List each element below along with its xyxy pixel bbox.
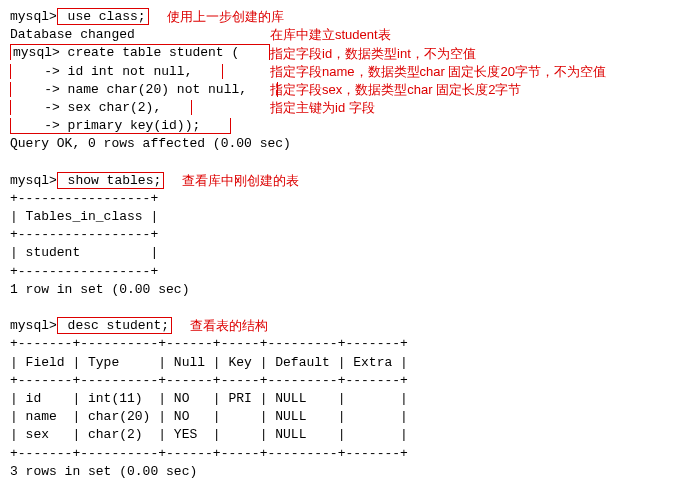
prompt: mysql> [10, 173, 57, 188]
response-rowcount: 3 rows in set (0.00 sec) [10, 463, 664, 481]
highlighted-command: use class; [57, 8, 149, 25]
table-row: | id | int(11) | NO | PRI | NULL | | [10, 390, 664, 408]
annotation-create-table-a: 在库中建立student表 [270, 26, 606, 44]
annotation-create-table-e: 指定主键为id 字段 [270, 99, 606, 117]
table-border: +-----------------+ [10, 226, 664, 244]
blank [10, 154, 664, 172]
command-create-table-l5: -> primary key(id)); [10, 117, 664, 135]
table-border: +-----------------+ [10, 263, 664, 281]
table-border: +-------+----------+------+-----+-------… [10, 335, 664, 353]
highlighted-command: desc student; [57, 317, 172, 334]
annotation-create-table-b: 指定字段id，数据类型int，不为空值 [270, 45, 606, 63]
blank [10, 481, 664, 499]
prompt: mysql> [10, 318, 57, 333]
command-show-tables: mysql> show tables; [10, 172, 164, 190]
table-border: +-------+----------+------+-----+-------… [10, 372, 664, 390]
command-desc-student: mysql> desc student; [10, 317, 172, 335]
table-header: | Field | Type | Null | Key | Default | … [10, 354, 664, 372]
table-row: | sex | char(2) | YES | | NULL | | [10, 426, 664, 444]
table-row: | name | char(20) | NO | | NULL | | [10, 408, 664, 426]
table-border: +-----------------+ [10, 190, 664, 208]
response-query-ok: Query OK, 0 rows affected (0.00 sec) [10, 135, 664, 153]
prompt: mysql> [10, 9, 57, 24]
response-rowcount: 1 row in set (0.00 sec) [10, 281, 664, 299]
highlighted-command: show tables; [57, 172, 164, 189]
annotation-create-table-d: 指定字段sex，数据类型char 固定长度2字节 [270, 81, 606, 99]
table-row: | student | [10, 244, 664, 262]
table-header: | Tables_in_class | [10, 208, 664, 226]
blank [10, 299, 664, 317]
annotation-create-table-c: 指定字段name，数据类型char 固定长度20字节，不为空值 [270, 63, 606, 81]
annotation-use-class: 使用上一步创建的库 [167, 8, 284, 26]
annotation-show-tables: 查看库中刚创建的表 [182, 172, 299, 190]
annotation-desc-student: 查看表的结构 [190, 317, 268, 335]
command-use-class: mysql> use class; [10, 8, 149, 26]
table-border: +-------+----------+------+-----+-------… [10, 445, 664, 463]
